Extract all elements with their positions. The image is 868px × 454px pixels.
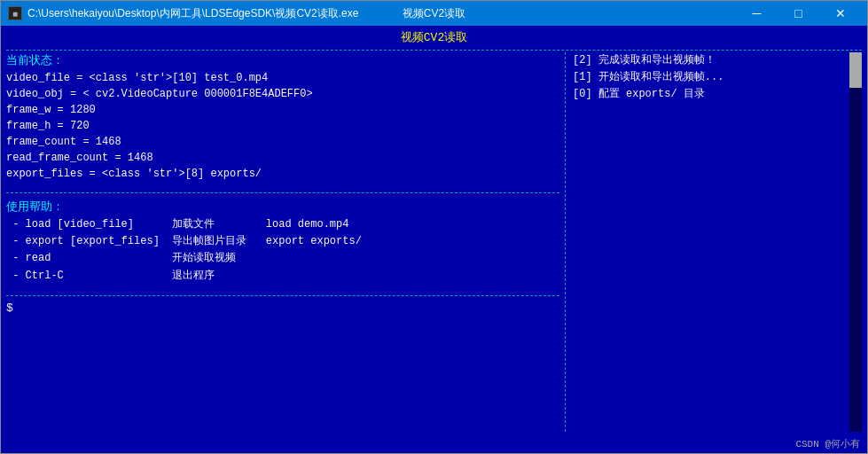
prompt-symbol: $ xyxy=(6,301,13,315)
main-window: ■ C:\Users\hekaiyou\Desktop\内网工具\LDSEdge… xyxy=(0,0,868,454)
title-bar-left: ■ C:\Users\hekaiyou\Desktop\内网工具\LDSEdge… xyxy=(8,6,358,21)
help-section-label: 使用帮助： xyxy=(6,199,559,215)
help-section: 使用帮助： - load [video_file] 加载文件 load demo… xyxy=(6,199,559,285)
status-line-1: video_obj = < cv2.VideoCapture 000001F8E… xyxy=(6,86,559,102)
bottom-bar: CSDN @何小有 xyxy=(1,434,867,453)
scrollbar-area[interactable] xyxy=(849,52,862,432)
mid-divider xyxy=(6,192,559,193)
app-icon: ■ xyxy=(8,6,22,20)
status-line-0: video_file = <class 'str'>[10] test_0.mp… xyxy=(6,70,559,86)
status-line-5: read_frame_count = 1468 xyxy=(6,150,559,166)
status-section: 当前状态： video_file = <class 'str'>[10] tes… xyxy=(6,52,559,182)
help-lines: - load [video_file] 加载文件 load demo.mp4 -… xyxy=(6,216,559,285)
help-line-3: - Ctrl-C 退出程序 xyxy=(6,268,559,285)
log-line-1: [1] 开始读取和导出视频帧... xyxy=(573,69,849,86)
scrollbar-thumb[interactable] xyxy=(849,52,862,88)
right-pane: [2] 完成读取和导出视频帧！ [1] 开始读取和导出视频帧... [0] 配置… xyxy=(566,52,849,432)
log-line-0: [2] 完成读取和导出视频帧！ xyxy=(573,52,849,69)
title-bar: ■ C:\Users\hekaiyou\Desktop\内网工具\LDSEdge… xyxy=(1,1,867,26)
top-label: 视频CV2读取 xyxy=(6,29,862,45)
help-line-1: - export [export_files] 导出帧图片目录 export e… xyxy=(6,233,559,250)
watermark: CSDN @何小有 xyxy=(795,437,860,450)
prompt-area: $ xyxy=(6,298,559,315)
status-line-4: frame_count = 1468 xyxy=(6,134,559,150)
log-lines: [2] 完成读取和导出视频帧！ [1] 开始读取和导出视频帧... [0] 配置… xyxy=(573,52,849,104)
left-pane: 当前状态： video_file = <class 'str'>[10] tes… xyxy=(6,52,566,432)
help-line-0: - load [video_file] 加载文件 load demo.mp4 xyxy=(6,216,559,233)
status-line-3: frame_h = 720 xyxy=(6,118,559,134)
section-gap-2 xyxy=(6,285,559,294)
help-line-2: - read 开始读取视频 xyxy=(6,250,559,267)
status-line-6: export_files = <class 'str'>[8] exports/ xyxy=(6,166,559,182)
log-line-2: [0] 配置 exports/ 目录 xyxy=(573,86,849,103)
title-bar-path: C:\Users\hekaiyou\Desktop\内网工具\LDSEdgeSD… xyxy=(27,6,358,21)
status-lines: video_file = <class 'str'>[10] test_0.mp… xyxy=(6,70,559,182)
window-title-center: 视频CV2读取 xyxy=(403,6,465,21)
title-bar-controls: ─ □ ✕ xyxy=(737,4,860,22)
top-divider xyxy=(6,50,862,51)
bottom-divider xyxy=(6,295,559,296)
close-button[interactable]: ✕ xyxy=(820,4,860,22)
section-gap-1 xyxy=(6,182,559,191)
main-panes: 当前状态： video_file = <class 'str'>[10] tes… xyxy=(6,52,862,432)
minimize-button[interactable]: ─ xyxy=(737,4,777,22)
content-area: 视频CV2读取 当前状态： video_file = <class 'str'>… xyxy=(1,26,867,434)
status-section-label: 当前状态： xyxy=(6,52,559,68)
status-line-2: frame_w = 1280 xyxy=(6,102,559,118)
right-scrollbar[interactable] xyxy=(849,52,862,432)
maximize-button[interactable]: □ xyxy=(778,4,818,22)
